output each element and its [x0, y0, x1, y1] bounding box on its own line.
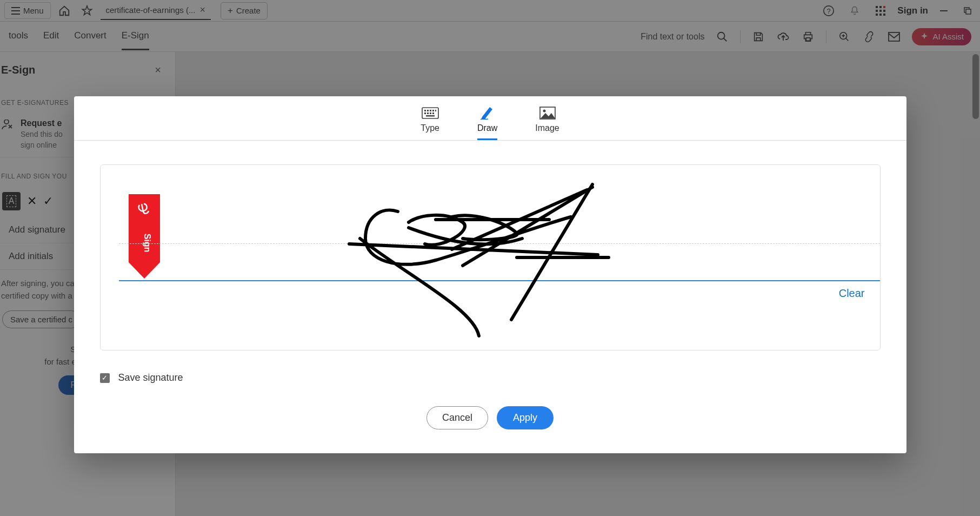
image-icon [539, 107, 556, 120]
modal-tab-type-label: Type [421, 123, 439, 133]
apply-button[interactable]: Apply [497, 406, 554, 429]
modal-tab-draw-label: Draw [477, 123, 497, 133]
cancel-button[interactable]: Cancel [426, 406, 488, 429]
signature-draw-area[interactable]: Sign Clear [100, 164, 881, 350]
pen-icon [479, 106, 496, 120]
clear-button[interactable]: Clear [839, 287, 865, 300]
save-signature-label[interactable]: Save signature [118, 372, 183, 383]
svg-rect-27 [426, 115, 435, 117]
modal-actions: Cancel Apply [74, 389, 906, 453]
svg-rect-21 [432, 110, 434, 111]
svg-rect-22 [435, 110, 436, 111]
svg-text:Sign: Sign [143, 234, 152, 253]
save-signature-row: ✓ Save signature [74, 363, 906, 389]
modal-tab-image-label: Image [535, 123, 559, 133]
save-signature-checkbox[interactable]: ✓ [100, 373, 110, 383]
svg-rect-20 [430, 110, 431, 111]
sign-flag: Sign [129, 194, 160, 279]
modal-tabs: Type Draw Image [74, 96, 906, 141]
signature-drawing [274, 168, 652, 352]
keyboard-icon [422, 107, 439, 119]
modal-tab-type[interactable]: Type [421, 106, 439, 140]
svg-rect-19 [427, 110, 429, 111]
modal-overlay: Type Draw Image Sign [0, 0, 980, 516]
signature-modal: Type Draw Image Sign [74, 96, 906, 453]
svg-rect-23 [424, 113, 426, 114]
modal-tab-draw[interactable]: Draw [477, 106, 497, 140]
svg-point-29 [543, 110, 545, 113]
svg-rect-18 [424, 110, 426, 111]
svg-rect-25 [430, 113, 431, 114]
modal-tab-image[interactable]: Image [535, 106, 559, 140]
draw-area-wrap: Sign Clear [74, 141, 906, 363]
svg-rect-26 [432, 113, 434, 114]
svg-rect-24 [427, 113, 429, 114]
